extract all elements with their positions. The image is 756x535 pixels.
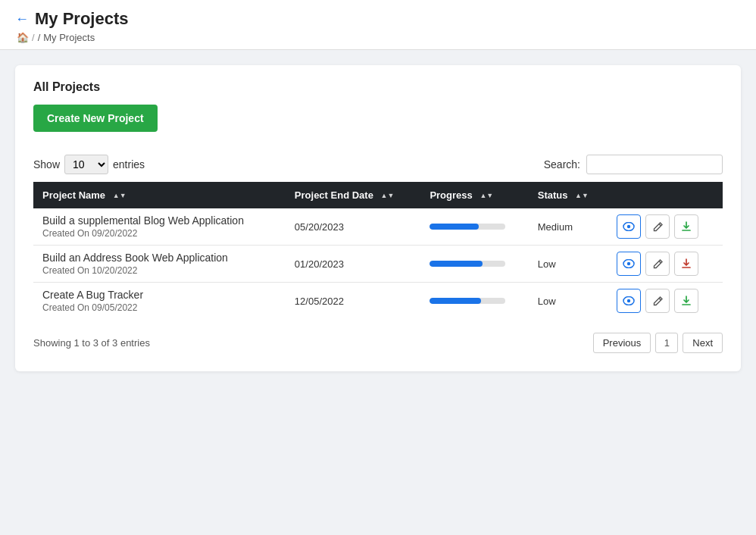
table-row: Build an Address Book Web Application Cr… [33, 246, 723, 283]
cell-project-name-1: Build an Address Book Web Application Cr… [33, 246, 286, 283]
progress-bar-fill-1 [430, 261, 483, 267]
next-button[interactable]: Next [683, 333, 723, 353]
search-input[interactable] [586, 155, 723, 174]
download-button-2[interactable] [674, 289, 698, 313]
breadcrumb-current: My Projects [43, 32, 95, 43]
show-label: Show [33, 158, 60, 171]
cell-status-0: Medium [529, 208, 608, 246]
created-on-2: Created On 09/05/2022 [42, 302, 276, 313]
download-button-0[interactable] [674, 214, 698, 239]
table-body: Build a supplemental Blog Web Applicatio… [33, 208, 723, 319]
projects-table: Project Name ▲▼ Project End Date ▲▼ Prog… [33, 182, 723, 319]
col-status[interactable]: Status ▲▼ [529, 182, 608, 208]
col-project-name[interactable]: Project Name ▲▼ [33, 182, 286, 208]
project-name-2: Create A Bug Tracker [42, 289, 276, 301]
view-button-0[interactable] [617, 214, 641, 239]
col-progress[interactable]: Progress ▲▼ [420, 182, 528, 208]
table-header-row: Project Name ▲▼ Project End Date ▲▼ Prog… [33, 182, 723, 208]
col-actions [608, 182, 723, 208]
download-icon [680, 295, 692, 307]
project-name-0: Build a supplemental Blog Web Applicatio… [42, 214, 276, 227]
edit-icon [652, 221, 664, 233]
cell-end-date-0: 05/20/2023 [286, 208, 421, 246]
showing-text: Showing 1 to 3 of 3 entries [33, 337, 150, 349]
breadcrumb-sep-2: / [38, 32, 41, 43]
cell-end-date-2: 12/05/2022 [286, 283, 421, 320]
col-end-date[interactable]: Project End Date ▲▼ [286, 182, 421, 208]
cell-status-1: Low [529, 246, 608, 283]
edit-icon [652, 296, 664, 307]
progress-bar-wrap-0 [430, 224, 505, 230]
edit-button-1[interactable] [645, 252, 670, 276]
eye-icon [623, 296, 635, 305]
show-entries-control: Show 10 25 50 100 entries [33, 155, 145, 174]
download-icon [680, 221, 692, 233]
cell-progress-0 [420, 208, 528, 246]
actions-group-0 [617, 214, 714, 239]
svg-point-1 [627, 225, 630, 228]
projects-card: All Projects Create New Project Show 10 … [15, 65, 741, 371]
breadcrumb-sep-1: / [32, 32, 35, 43]
project-name-1: Build an Address Book Web Application [42, 252, 276, 264]
entries-select[interactable]: 10 25 50 100 [64, 155, 108, 174]
progress-bar-fill-0 [430, 224, 479, 230]
cell-end-date-1: 01/20/2023 [286, 246, 421, 283]
sort-icon-progress: ▲▼ [480, 192, 493, 199]
view-button-1[interactable] [617, 252, 641, 276]
edit-icon [652, 258, 664, 270]
eye-icon [623, 259, 635, 268]
cell-project-name-0: Build a supplemental Blog Web Applicatio… [33, 208, 286, 246]
pagination: Previous 1 Next [593, 333, 723, 353]
create-new-project-button[interactable]: Create New Project [33, 105, 158, 132]
search-box: Search: [544, 155, 723, 174]
breadcrumb: 🏠 / / My Projects [15, 32, 741, 43]
entries-label: entries [113, 158, 145, 171]
breadcrumb-home-link[interactable]: 🏠 [17, 32, 29, 43]
edit-button-0[interactable] [645, 214, 670, 239]
sort-icon-status: ▲▼ [575, 192, 589, 199]
main-content: All Projects Create New Project Show 10 … [0, 50, 756, 386]
back-button[interactable]: ← [15, 11, 29, 27]
table-controls: Show 10 25 50 100 entries Search: [33, 155, 723, 174]
edit-button-2[interactable] [645, 289, 670, 313]
cell-actions-0 [608, 208, 723, 246]
previous-button[interactable]: Previous [593, 333, 651, 353]
cell-progress-2 [420, 283, 528, 320]
sort-icon-date: ▲▼ [381, 192, 395, 199]
cell-progress-1 [420, 246, 528, 283]
view-button-2[interactable] [617, 289, 641, 313]
cell-status-2: Low [529, 283, 608, 320]
cell-project-name-2: Create A Bug Tracker Created On 09/05/20… [33, 283, 286, 320]
actions-group-2 [617, 289, 714, 313]
svg-point-3 [627, 262, 630, 265]
actions-group-1 [617, 252, 714, 276]
page-title: My Projects [35, 9, 129, 29]
progress-bar-wrap-2 [430, 298, 505, 304]
page-header: ← My Projects 🏠 / / My Projects [0, 0, 756, 50]
progress-bar-fill-2 [430, 298, 481, 304]
created-on-0: Created On 09/20/2022 [42, 228, 276, 239]
progress-bar-wrap-1 [430, 261, 505, 267]
download-button-1[interactable] [674, 252, 698, 276]
sort-icon-name: ▲▼ [113, 192, 127, 199]
download-icon [680, 258, 692, 270]
svg-point-5 [627, 299, 630, 302]
card-title: All Projects [33, 80, 723, 94]
table-footer: Showing 1 to 3 of 3 entries Previous 1 N… [33, 333, 723, 353]
eye-icon [623, 222, 635, 231]
current-page: 1 [655, 333, 678, 353]
table-row: Build a supplemental Blog Web Applicatio… [33, 208, 723, 246]
search-label: Search: [544, 158, 580, 171]
created-on-1: Created On 10/20/2022 [42, 265, 276, 276]
table-row: Create A Bug Tracker Created On 09/05/20… [33, 283, 723, 320]
cell-actions-2 [608, 283, 723, 320]
cell-actions-1 [608, 246, 723, 283]
